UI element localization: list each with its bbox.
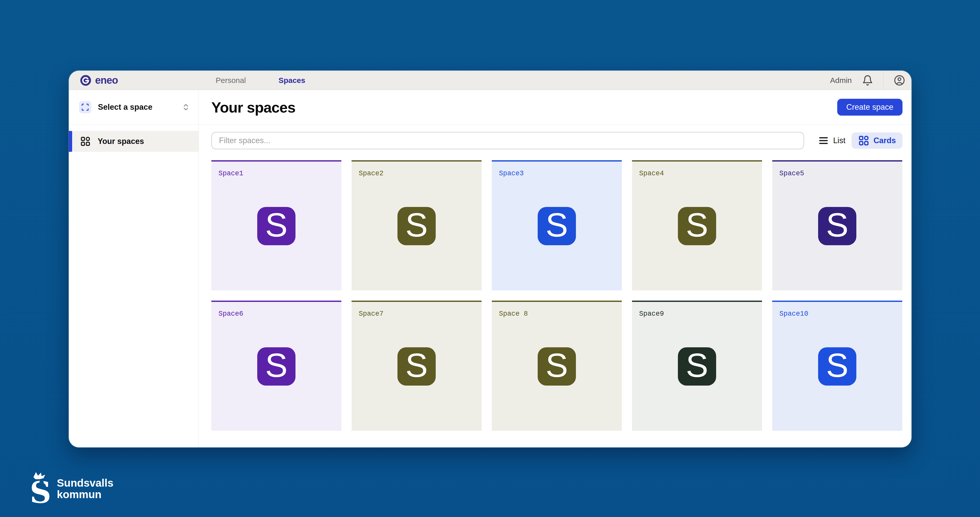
tab-personal[interactable]: Personal	[216, 76, 246, 85]
space-name: Space3	[499, 170, 523, 177]
space-avatar: S	[818, 207, 856, 245]
top-bar: eneo Personal Spaces Admin	[69, 71, 912, 90]
space-name: Space4	[639, 170, 664, 177]
admin-label: Admin	[830, 76, 852, 85]
space-card[interactable]: Space2S	[352, 160, 482, 290]
org-name: Sundsvalls kommun	[57, 477, 113, 500]
scan-frame-icon	[79, 101, 91, 113]
dragon-s-icon: S	[29, 471, 52, 507]
list-view-label: List	[833, 136, 845, 145]
create-space-button[interactable]: Create space	[837, 99, 902, 116]
cards-view-label: Cards	[873, 136, 896, 145]
filter-spaces-input[interactable]	[212, 132, 804, 149]
account-button[interactable]	[894, 75, 905, 86]
space-avatar-letter: S	[826, 208, 848, 242]
space-card[interactable]: Space4S	[632, 160, 762, 290]
sundsvalls-kommun-logo: S Sundsvalls kommun	[29, 471, 113, 507]
space-avatar-letter: S	[265, 349, 288, 382]
space-avatar: S	[398, 347, 436, 386]
space-name: Space6	[218, 310, 243, 318]
space-name: Space9	[639, 310, 664, 318]
sidebar-item-label: Your spaces	[98, 137, 144, 146]
space-avatar-letter: S	[826, 349, 848, 382]
space-selector-label: Select a space	[98, 102, 175, 112]
bell-icon	[862, 75, 873, 86]
sidebar-item-your-spaces[interactable]: Your spaces	[69, 131, 199, 152]
grid-icon	[80, 136, 91, 147]
space-avatar: S	[678, 207, 716, 245]
space-avatar: S	[538, 207, 576, 245]
view-toggle: List Cards	[818, 132, 902, 149]
header-divider	[883, 71, 884, 90]
space-name: Space 8	[499, 310, 528, 318]
cards-view-button[interactable]: Cards	[851, 132, 902, 149]
space-avatar-letter: S	[546, 349, 568, 382]
svg-text:S: S	[30, 475, 51, 507]
space-card[interactable]: Space9S	[632, 301, 762, 431]
space-avatar-letter: S	[406, 208, 428, 242]
space-avatar: S	[818, 347, 856, 386]
app-logo: eneo	[69, 75, 199, 86]
space-card[interactable]: Space6S	[212, 301, 341, 431]
space-avatar-letter: S	[546, 208, 568, 242]
tab-spaces[interactable]: Spaces	[278, 76, 305, 85]
space-card[interactable]: Space 8S	[492, 301, 622, 431]
main-header: Your spaces Create space	[199, 90, 912, 124]
eneo-logo-icon	[80, 75, 91, 86]
space-card[interactable]: Space10S	[772, 301, 902, 431]
space-avatar: S	[538, 347, 576, 386]
space-avatar: S	[257, 347, 296, 386]
cards-grid-icon	[858, 135, 869, 146]
space-name: Space1	[218, 170, 243, 177]
main-content: Your spaces Create space List	[199, 90, 912, 447]
list-view-button[interactable]: List	[818, 135, 845, 146]
space-avatar-letter: S	[265, 208, 288, 242]
space-name: Space10	[780, 310, 808, 318]
space-avatar-letter: S	[406, 349, 428, 382]
space-name: Space2	[359, 170, 383, 177]
chevrons-up-down-icon	[182, 103, 190, 111]
space-avatar: S	[678, 347, 716, 386]
app-logo-text: eneo	[95, 75, 118, 86]
top-nav: Personal Spaces	[216, 76, 305, 85]
space-avatar-letter: S	[686, 208, 708, 242]
app-body: Select a space Your spaces Your spaces	[69, 90, 912, 447]
header-right: Admin	[830, 71, 905, 90]
space-avatar: S	[257, 207, 296, 245]
space-card[interactable]: Space7S	[352, 301, 482, 431]
space-card[interactable]: Space1S	[212, 160, 341, 290]
page-title: Your spaces	[212, 99, 296, 116]
space-avatar: S	[398, 207, 436, 245]
toolbar: List Cards	[199, 132, 912, 149]
space-card[interactable]: Space5S	[772, 160, 902, 290]
org-name-line2: kommun	[57, 489, 113, 500]
user-avatar-icon	[894, 75, 905, 86]
space-name: Space5	[780, 170, 804, 177]
space-selector[interactable]: Select a space	[69, 90, 199, 124]
space-avatar-letter: S	[686, 349, 708, 382]
space-name: Space7	[359, 310, 383, 318]
sidebar: Select a space Your spaces	[69, 90, 199, 447]
list-menu-icon	[818, 135, 829, 146]
notifications-button[interactable]	[862, 75, 873, 86]
app-window: eneo Personal Spaces Admin	[69, 71, 912, 447]
space-card[interactable]: Space3S	[492, 160, 622, 290]
spaces-grid: Space1SSpace2SSpace3SSpace4SSpace5SSpace…	[212, 160, 902, 431]
org-name-line1: Sundsvalls	[57, 477, 113, 489]
